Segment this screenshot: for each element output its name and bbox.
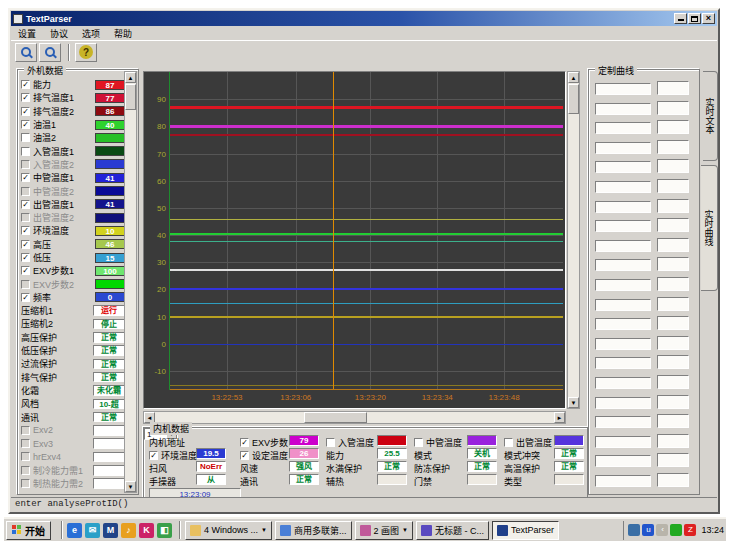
menu-item-3[interactable]: 帮助 — [107, 26, 139, 41]
custom-value-field[interactable] — [657, 297, 689, 311]
custom-value-field[interactable] — [657, 316, 689, 330]
explorer-icon[interactable]: ◧ — [157, 523, 172, 538]
custom-name-field[interactable] — [595, 377, 651, 389]
taskbar-button[interactable]: 无标题 - C... — [416, 521, 489, 540]
checkbox[interactable]: ✓ — [21, 107, 30, 116]
custom-value-field[interactable] — [657, 257, 689, 271]
empty-field[interactable] — [93, 465, 125, 476]
custom-name-field[interactable] — [595, 181, 651, 193]
custom-name-field[interactable] — [595, 279, 651, 291]
checkbox[interactable] — [21, 213, 30, 222]
menu-item-1[interactable]: 协议 — [43, 26, 75, 41]
update-icon[interactable]: u — [642, 524, 654, 536]
custom-value-field[interactable] — [657, 473, 689, 487]
outdoor-scrollbar[interactable]: ▲ ▼ — [124, 71, 137, 493]
custom-name-field[interactable] — [595, 455, 651, 467]
custom-name-field[interactable] — [595, 240, 651, 252]
checkbox[interactable]: ✓ — [21, 240, 30, 249]
custom-name-field[interactable] — [595, 416, 651, 428]
checkbox[interactable] — [21, 466, 30, 475]
checkbox[interactable]: ✓ — [149, 451, 158, 460]
checkbox[interactable]: ✓ — [240, 451, 249, 460]
taskbar-button[interactable]: 商用多联第... — [275, 521, 352, 540]
title-bar[interactable]: TextParser × — [11, 11, 717, 26]
checkbox[interactable]: ✓ — [21, 120, 30, 129]
scroll-down-icon[interactable]: ▼ — [568, 397, 579, 408]
checkbox[interactable]: ✓ — [21, 200, 30, 209]
zoom-out-button[interactable] — [39, 43, 61, 62]
custom-value-field[interactable] — [657, 218, 689, 232]
empty-field[interactable] — [93, 425, 125, 436]
custom-name-field[interactable] — [595, 397, 651, 409]
scroll-up-icon[interactable]: ▲ — [125, 72, 136, 83]
checkbox[interactable] — [21, 479, 30, 488]
chart-v-scrollbar[interactable]: ▲ ▼ — [567, 71, 580, 409]
menu-item-0[interactable]: 设置 — [11, 26, 43, 41]
chevron-down-icon[interactable]: ▼ — [261, 527, 267, 533]
scroll-down-icon[interactable]: ▼ — [125, 481, 136, 492]
scroll-right-icon[interactable]: ► — [554, 412, 565, 423]
custom-name-field[interactable] — [595, 338, 651, 350]
checkbox[interactable] — [21, 439, 30, 448]
chart-h-scrollbar[interactable]: ◄ ► — [143, 411, 566, 424]
scroll-up-icon[interactable]: ▲ — [568, 72, 579, 83]
side-tab-0[interactable]: 实时文本 — [703, 71, 718, 161]
checkbox[interactable]: ✓ — [21, 226, 30, 235]
custom-value-field[interactable] — [657, 453, 689, 467]
taskbar-button[interactable]: 2 画图▼ — [355, 521, 413, 540]
chart-time-cursor[interactable] — [333, 72, 334, 390]
checkbox[interactable] — [326, 438, 335, 447]
custom-value-field[interactable] — [657, 414, 689, 428]
minimize-button[interactable] — [674, 13, 687, 24]
ie-icon[interactable]: e — [67, 523, 82, 538]
custom-value-field[interactable] — [657, 395, 689, 409]
scroll-thumb[interactable] — [125, 84, 136, 110]
custom-value-field[interactable] — [657, 238, 689, 252]
custom-value-field[interactable] — [657, 81, 689, 95]
custom-value-field[interactable] — [657, 101, 689, 115]
custom-value-field[interactable] — [657, 336, 689, 350]
close-button[interactable]: × — [702, 13, 715, 24]
scroll-thumb[interactable] — [568, 84, 579, 114]
checkbox[interactable]: ✓ — [21, 93, 30, 102]
custom-name-field[interactable] — [595, 318, 651, 330]
checkbox[interactable]: ✓ — [21, 80, 30, 89]
empty-field[interactable] — [93, 438, 125, 449]
checkbox[interactable] — [414, 438, 423, 447]
network-icon[interactable] — [670, 524, 682, 536]
custom-name-field[interactable] — [595, 259, 651, 271]
scroll-thumb[interactable] — [304, 412, 367, 423]
start-button[interactable]: 开始 — [6, 521, 51, 540]
media-icon[interactable]: ♪ — [121, 523, 136, 538]
empty-field[interactable] — [93, 478, 125, 489]
fax-icon[interactable] — [628, 524, 640, 536]
custom-value-field[interactable] — [657, 159, 689, 173]
checkbox[interactable] — [21, 452, 30, 461]
msn-icon[interactable]: M — [103, 523, 118, 538]
checkbox[interactable] — [504, 438, 513, 447]
checkbox[interactable] — [21, 426, 30, 435]
checkbox[interactable]: ✓ — [21, 293, 30, 302]
checkbox[interactable] — [21, 280, 30, 289]
custom-name-field[interactable] — [595, 142, 651, 154]
taskbar-button[interactable]: 4 Windows ...▼ — [185, 521, 272, 540]
menu-item-2[interactable]: 选项 — [75, 26, 107, 41]
side-tab-1[interactable]: 实时曲线 — [701, 165, 718, 291]
checkbox[interactable]: ✓ — [21, 173, 30, 182]
custom-name-field[interactable] — [595, 357, 651, 369]
mail-icon[interactable]: ✉ — [85, 523, 100, 538]
checkbox[interactable]: ✓ — [21, 253, 30, 262]
taskbar-button[interactable]: TextParser — [492, 521, 559, 540]
custom-name-field[interactable] — [595, 161, 651, 173]
checkbox[interactable] — [21, 133, 30, 142]
custom-name-field[interactable] — [595, 83, 651, 95]
custom-name-field[interactable] — [595, 122, 651, 134]
antivirus-icon[interactable]: Z — [684, 524, 696, 536]
security-icon[interactable]: K — [139, 523, 154, 538]
custom-value-field[interactable] — [657, 140, 689, 154]
checkbox[interactable] — [21, 160, 30, 169]
custom-name-field[interactable] — [595, 436, 651, 448]
custom-name-field[interactable] — [595, 103, 651, 115]
checkbox[interactable] — [21, 147, 30, 156]
custom-value-field[interactable] — [657, 277, 689, 291]
